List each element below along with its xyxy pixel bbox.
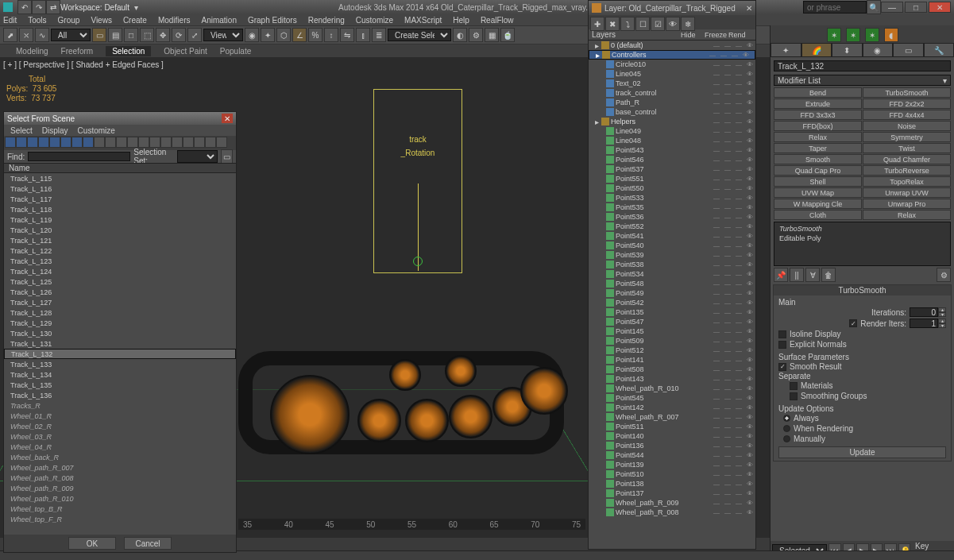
menu-rendering[interactable]: Rendering [308, 16, 345, 25]
sfs-item[interactable]: Wheel_top_B_R [4, 504, 236, 514]
menu-maxscript[interactable]: MAXScript [404, 16, 442, 25]
layer-row[interactable]: Point539———👁 [589, 250, 755, 260]
sfs-item[interactable]: Wheel_path_R_007 [4, 462, 236, 473]
sfs-item[interactable]: Wheel_04_R [4, 442, 236, 452]
modifier-button[interactable]: Shell [774, 176, 862, 187]
window-crossing-icon[interactable]: ⬚ [140, 28, 154, 42]
render-preset-2-icon[interactable]: ✶ [846, 28, 860, 42]
menu-animation[interactable]: Animation [201, 16, 236, 25]
sfs-filter-icon[interactable] [49, 137, 60, 148]
layer-row[interactable]: Point538———👁 [589, 260, 755, 269]
layer-row[interactable]: Point545———👁 [589, 393, 755, 403]
layer-row[interactable]: Line049———👁 [589, 126, 755, 136]
modifier-button[interactable]: FFD 2x2x2 [863, 98, 951, 109]
menu-modifiers[interactable]: Modifiers [158, 16, 191, 25]
explicit-normals-checkbox[interactable] [778, 341, 786, 349]
layer-row[interactable]: Point544———👁 [589, 450, 755, 460]
sfs-item[interactable]: Wheel_top_F_R [4, 514, 236, 524]
select-link-icon[interactable]: ⬈ [3, 28, 17, 42]
material-editor-icon[interactable]: ◐ [453, 28, 467, 42]
modifier-button[interactable]: TurboSmooth [863, 87, 951, 98]
modifier-button[interactable]: Extrude [774, 98, 862, 109]
sfs-titlebar[interactable]: Select From Scene ✕ [4, 112, 236, 125]
select-object-icon[interactable]: ▭ [92, 28, 106, 42]
modifier-button[interactable]: Smooth [774, 154, 862, 164]
sfs-menu-customize[interactable]: Customize [78, 126, 115, 135]
sfs-item[interactable]: Track_L_123 [4, 256, 236, 266]
sfs-filter-icon[interactable] [160, 137, 172, 148]
modifier-button[interactable]: Noise [863, 121, 951, 131]
snap-icon[interactable]: ⬡ [276, 28, 291, 42]
iterations-spinner[interactable]: ▴▾ [910, 307, 946, 317]
sfs-filter-icon[interactable] [216, 137, 227, 148]
make-unique-icon[interactable]: ∀ [805, 268, 820, 282]
sfs-item[interactable]: Track_L_121 [4, 235, 236, 245]
update-button[interactable]: Update [778, 446, 946, 458]
layer-row[interactable]: ▸Controllers———👁 [589, 50, 755, 60]
scale-icon[interactable]: ⤢ [187, 28, 202, 42]
viewport-label[interactable]: [ + ] [ Perspective ] [ Shaded + Edged F… [3, 60, 164, 69]
sfs-item[interactable]: Wheel_back_R [4, 452, 236, 462]
modifier-button[interactable]: UVW Map [774, 187, 862, 198]
unlink-icon[interactable]: ⤬ [19, 28, 33, 42]
close-button[interactable]: ✕ [929, 2, 951, 13]
sfs-header-name[interactable]: Name [4, 163, 236, 173]
layer-row[interactable]: Point512———👁 [589, 346, 755, 355]
sfs-close-icon[interactable]: ✕ [222, 114, 233, 123]
sfs-list[interactable]: Track_L_115Track_L_116Track_L_117Track_L… [4, 173, 236, 535]
menu-realflow[interactable]: RealFlow [481, 16, 514, 25]
layer-row[interactable]: Point139———👁 [589, 460, 755, 469]
update-always-radio[interactable] [783, 415, 790, 422]
modifier-list-dropdown[interactable]: Modifier List▾ [774, 75, 951, 86]
sfs-item[interactable]: Track_L_128 [4, 307, 236, 318]
layer-dialog-titlebar[interactable]: Layer: Old_Caterpillar_Track_Rigged ✕ [589, 1, 755, 15]
layer-row[interactable]: Point136———👁 [589, 441, 755, 450]
layer-row[interactable]: Point511———👁 [589, 422, 755, 431]
layer-row[interactable]: Point551———👁 [589, 174, 755, 183]
sfs-item[interactable]: Track_L_122 [4, 245, 236, 256]
sfs-filter-icon[interactable] [149, 137, 160, 148]
smooth-result-checkbox[interactable] [778, 363, 786, 371]
modifier-button[interactable]: Unwrap Pro [863, 199, 951, 209]
selection-filter[interactable]: All [51, 29, 91, 41]
layer-row[interactable]: base_control———👁 [589, 107, 755, 117]
layer-row[interactable]: Point141———👁 [589, 355, 755, 365]
layer-row[interactable]: Point137———👁 [589, 489, 755, 498]
sfs-menu-display[interactable]: Display [42, 126, 68, 135]
layer-row[interactable]: Point138———👁 [589, 479, 755, 489]
sfs-filter-icon[interactable] [172, 137, 183, 148]
layer-row[interactable]: Point535———👁 [589, 203, 755, 212]
sfs-item[interactable]: Wheel_path_R_008 [4, 473, 236, 483]
layer-row[interactable]: Wheel_path_R_008———👁 [589, 508, 755, 517]
layer-row[interactable]: Point543———👁 [589, 145, 755, 155]
sfs-item[interactable]: Wheel_path_R_010 [4, 493, 236, 504]
ribbon-tab-populate[interactable]: Populate [220, 47, 251, 56]
bind-icon[interactable]: ∿ [35, 28, 49, 42]
sfs-filter-icon[interactable] [16, 137, 27, 148]
modifier-button[interactable]: Quad Cap Pro [774, 165, 862, 176]
modifier-button[interactable]: Quad Chamfer [863, 154, 951, 164]
layer-icon[interactable]: ≣ [372, 28, 386, 42]
help-search[interactable] [803, 1, 867, 14]
menu-views[interactable]: Views [91, 16, 112, 25]
modifier-button[interactable]: W Mapping Cle [774, 199, 862, 209]
layer-row[interactable]: Text_02———👁 [589, 79, 755, 88]
sfs-ok-button[interactable]: OK [68, 537, 116, 550]
sfs-item[interactable]: Track_L_126 [4, 287, 236, 297]
layer-row[interactable]: Point510———👁 [589, 469, 755, 479]
ribbon-tab-object-paint[interactable]: Object Paint [164, 47, 207, 56]
layer-row[interactable]: Point142———👁 [589, 403, 755, 412]
render-icon[interactable]: 🍵 [500, 28, 515, 42]
tab-modify[interactable]: 🌈 [801, 43, 832, 57]
sfs-item[interactable]: Track_L_117 [4, 194, 236, 204]
layer-row[interactable]: Point534———👁 [589, 269, 755, 279]
sfs-filter-icon[interactable] [38, 137, 49, 148]
tab-motion[interactable]: ◉ [863, 43, 894, 57]
render-frame-icon[interactable]: ▦ [485, 28, 499, 42]
sfs-selection-set[interactable] [177, 150, 218, 163]
angle-snap-icon[interactable]: ∠ [292, 28, 307, 42]
layer-row[interactable]: Point552———👁 [589, 222, 755, 231]
update-manually-radio[interactable] [783, 435, 790, 442]
show-end-result-icon[interactable]: || [790, 268, 804, 282]
menu-customize[interactable]: Customize [356, 16, 393, 25]
